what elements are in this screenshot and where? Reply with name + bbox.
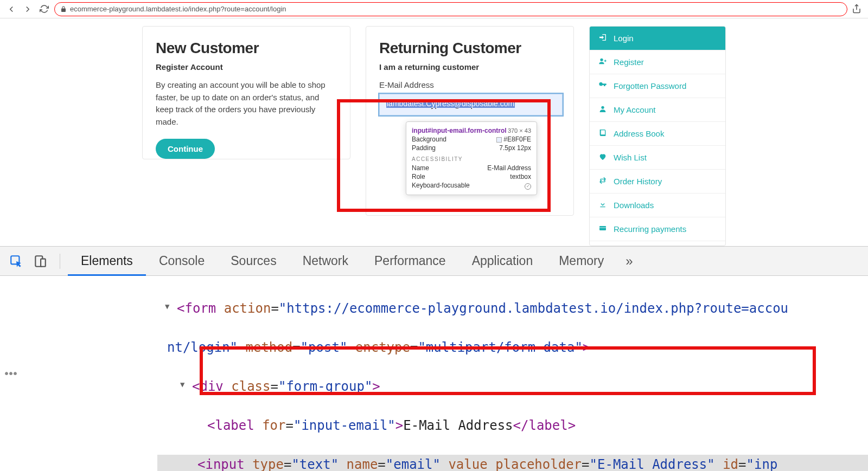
sidebar-item-register[interactable]: Register xyxy=(590,50,725,74)
inspect-element-icon[interactable] xyxy=(4,249,28,273)
tooltip-a11y-row: Keyboard-focusable✓ xyxy=(412,181,531,190)
devtools-tab-memory[interactable]: Memory xyxy=(546,246,617,276)
heart-icon xyxy=(598,152,607,163)
device-toggle-icon[interactable] xyxy=(28,249,52,273)
devtools-elements-tree[interactable]: ▼<form action="https://ecommerce-playgro… xyxy=(21,276,868,471)
sidebar-item-label: Login xyxy=(614,34,634,43)
key-icon xyxy=(598,81,607,91)
sidebar-item-label: Register xyxy=(614,57,644,67)
tooltip-dimensions: 370 × 43 xyxy=(508,127,531,134)
share-icon[interactable] xyxy=(852,4,863,15)
lock-icon xyxy=(60,6,67,12)
url-text: ecommerce-playground.lambdatest.io/index… xyxy=(70,5,286,13)
sidebar-item-label: Downloads xyxy=(614,201,654,210)
user-plus-icon xyxy=(598,57,607,67)
new-customer-title: New Customer xyxy=(156,40,337,57)
sidebar-item-forgotten-password[interactable]: Forgotten Password xyxy=(590,74,725,98)
new-customer-card: New Customer Register Account By creatin… xyxy=(142,26,350,159)
account-sidebar: LoginRegisterForgotten PasswordMy Accoun… xyxy=(589,26,726,246)
new-customer-subtitle: Register Account xyxy=(156,62,337,72)
tooltip-a11y-row: NameE-Mail Address xyxy=(412,164,531,172)
sidebar-item-wish-list[interactable]: Wish List xyxy=(590,146,725,170)
returning-subtitle: I am a returning customer xyxy=(379,62,560,72)
devtools-more-icon[interactable]: » xyxy=(617,254,641,269)
card-icon xyxy=(598,224,607,234)
devtools-panel: ElementsConsoleSourcesNetworkPerformance… xyxy=(0,246,868,471)
tooltip-a11y-row: Roletextbox xyxy=(412,172,531,181)
devtools-tab-performance[interactable]: Performance xyxy=(361,246,459,276)
sidebar-item-label: My Account xyxy=(614,105,656,114)
book-icon xyxy=(598,128,607,139)
tooltip-selector: input#input-email.form-control xyxy=(412,127,507,134)
sidebar-item-label: Forgotten Password xyxy=(614,81,686,91)
devtools-tab-network[interactable]: Network xyxy=(290,246,361,276)
reload-button[interactable] xyxy=(38,3,50,15)
forward-button[interactable] xyxy=(22,3,34,15)
sidebar-item-label: Wish List xyxy=(614,153,647,162)
devtools-tab-elements[interactable]: Elements xyxy=(68,246,146,276)
retweet-icon xyxy=(598,176,607,186)
devtools-tab-sources[interactable]: Sources xyxy=(218,246,289,276)
download-icon xyxy=(598,200,607,210)
back-button[interactable] xyxy=(5,3,17,15)
sidebar-item-recurring-payments[interactable]: Recurring payments xyxy=(590,217,725,241)
sidebar-item-login[interactable]: Login xyxy=(590,27,725,50)
tooltip-prop-row: Padding7.5px 12px xyxy=(412,144,531,152)
sidebar-item-my-account[interactable]: My Account xyxy=(590,98,725,122)
svg-rect-4 xyxy=(599,227,606,228)
sidebar-item-label: Recurring payments xyxy=(614,224,686,234)
devtools-gutter: ••• xyxy=(0,276,21,471)
email-selection-overlay: lambdatest.Cypress@disposable.com xyxy=(386,99,515,108)
url-input[interactable]: ecommerce-playground.lambdatest.io/index… xyxy=(54,2,847,16)
svg-point-1 xyxy=(600,59,603,61)
continue-button[interactable]: Continue xyxy=(156,139,215,159)
sidebar-item-address-book[interactable]: Address Book xyxy=(590,122,725,146)
devtools-tab-console[interactable]: Console xyxy=(146,246,218,276)
devtools-tab-application[interactable]: Application xyxy=(459,246,546,276)
email-label: E-Mail Address xyxy=(379,80,560,89)
user-icon xyxy=(598,105,607,115)
sidebar-item-label: Address Book xyxy=(614,129,664,138)
sidebar-item-label: Order History xyxy=(614,177,662,186)
sidebar-item-order-history[interactable]: Order History xyxy=(590,170,725,193)
new-customer-description: By creating an account you will be able … xyxy=(156,79,337,128)
devtools-tab-bar: ElementsConsoleSourcesNetworkPerformance… xyxy=(0,247,868,276)
login-icon xyxy=(598,33,607,43)
svg-point-2 xyxy=(601,106,604,109)
devtools-inspect-tooltip: input#input-email.form-control 370 × 43 … xyxy=(406,121,537,195)
browser-address-bar: ecommerce-playground.lambdatest.io/index… xyxy=(0,0,868,18)
returning-title: Returning Customer xyxy=(379,40,560,57)
tooltip-a11y-heading: ACCESSIBILITY xyxy=(412,156,531,162)
svg-rect-7 xyxy=(41,259,46,266)
tooltip-prop-row: Background#E8F0FE xyxy=(412,135,531,144)
sidebar-item-downloads[interactable]: Downloads xyxy=(590,193,725,217)
